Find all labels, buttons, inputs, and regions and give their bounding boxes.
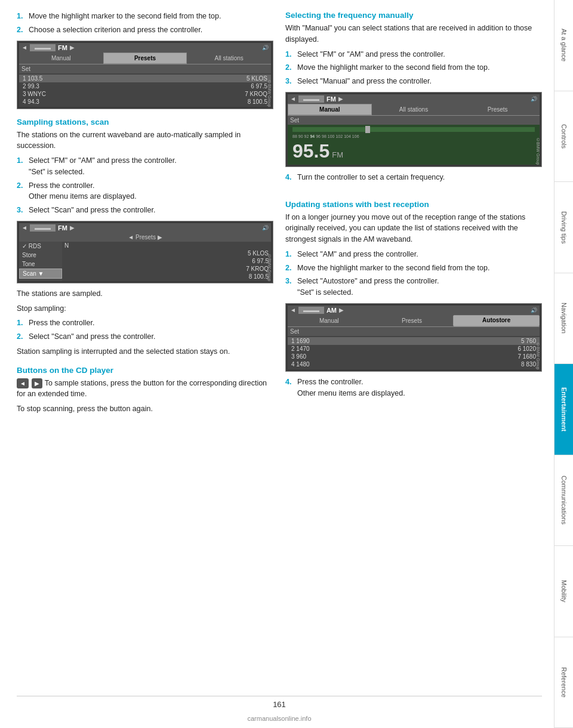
screen4-stations: 1 1690 5 760 2 1470 6 1020 3 960 7 1680 … xyxy=(288,336,540,369)
page-number: 161 xyxy=(273,700,286,709)
next-button[interactable]: ▶ xyxy=(32,378,42,388)
intro-item-2: 2. Choose a selection criterion and pres… xyxy=(17,24,273,36)
sidebar-tab-mobility[interactable]: Mobility xyxy=(554,546,573,637)
freq-unit: FM xyxy=(332,150,343,159)
big-freq: 95.5 FM xyxy=(292,140,535,162)
cd-player-section-title: Buttons on the CD player xyxy=(17,366,273,375)
sampled-note: The stations are sampled. xyxy=(17,288,273,300)
table-row: 1 103.5 5 KLOS xyxy=(19,75,271,82)
am-autostore-screen: ◄ ▬▬▬ AM ▶ 🔊 Manual Presets Autostore Se… xyxy=(285,303,542,372)
two-column-layout: 1. Move the highlight marker to the seco… xyxy=(17,11,542,696)
sampling-step-3: 3. Select "Scan" and press the controlle… xyxy=(17,205,273,216)
nav-left-icon: ◄ xyxy=(21,44,27,51)
sampling-steps: 1. Select "FM" or "AM" and press the con… xyxy=(17,155,273,216)
watermark-2: ©BMW Group xyxy=(267,254,272,282)
updating-step-1: 1. Select "AM" and press the controller. xyxy=(285,249,542,260)
scan-screen-topbar: ◄ ▬▬▬ FM ▶ 🔊 xyxy=(19,223,271,233)
tab-all-stations: All stations xyxy=(187,53,271,64)
right-sidebar: At a glance Controls Driving tips Naviga… xyxy=(554,0,573,728)
scan-menu: ✓ RDS Store Tone Scan ▼ xyxy=(19,242,62,281)
screen-stations-1: 1 103.5 5 KLOS 2 99.3 6 97.5 3 WNYC 7 KR… xyxy=(19,73,271,107)
table-row: 4 1480 8 830 xyxy=(288,360,540,368)
manual-freq-step-1: 1. Select "FM" or "AM" and press the con… xyxy=(285,49,542,60)
section-sampling-title: Sampling stations, scan xyxy=(17,118,273,127)
section-sampling-body: The stations on the current waveband are… xyxy=(17,129,273,152)
watermark-3: ©BMW Group xyxy=(536,138,540,165)
sidebar-tab-navigation[interactable]: Navigation xyxy=(554,273,573,365)
screen4-set-label: Set xyxy=(288,327,540,336)
tab-manual-active[interactable]: Manual xyxy=(288,104,372,115)
step4-list-2: 4. Press the controller. Other menu item… xyxy=(285,377,542,399)
list-item: Tone xyxy=(19,260,62,269)
sidebar-tab-reference[interactable]: Reference xyxy=(554,637,573,729)
sidebar-tab-communications[interactable]: Communications xyxy=(554,455,573,547)
watermark: ©BMW Group xyxy=(267,80,272,107)
right-column: Selecting the frequency manually With "M… xyxy=(285,11,542,696)
list-item: ✓ RDS xyxy=(19,242,62,251)
tab-manual: Manual xyxy=(19,53,103,64)
screen3-tabs: Manual All stations Presets xyxy=(288,104,540,116)
sidebar-tab-entertainment[interactable]: Entertainment xyxy=(554,364,573,455)
manual-freq-steps: 1. Select "FM" or "AM" and press the con… xyxy=(285,49,542,87)
updating-step-2: 2. Move the highlight marker to the seco… xyxy=(285,263,542,274)
stop-steps: 1. Press the controller. 2. Select "Scan… xyxy=(17,317,273,343)
updating-step-3: 3. Select "Autostore" and press the cont… xyxy=(285,276,542,298)
intro-item-1: 1. Move the highlight marker to the seco… xyxy=(17,11,273,22)
fm-presets-screen: ◄ ▬▬▬ FM ▶ 🔊 Manual Presets All stations… xyxy=(17,41,273,109)
stop-sampling-label: Stop sampling: xyxy=(17,303,273,314)
cd-player-body2: To stop scanning, press the button again… xyxy=(17,403,273,415)
table-row: 2 99.3 6 97.5 xyxy=(19,82,271,90)
tab-all-stations-2: All stations xyxy=(372,104,456,115)
screen4-topbar: ◄ ▬▬▬ AM ▶ 🔊 xyxy=(288,306,540,315)
scan-layout: ✓ RDS Store Tone Scan ▼ N 5 KLOS 6 97.5 … xyxy=(19,242,271,281)
sidebar-tab-driving-tips[interactable]: Driving tips xyxy=(554,182,573,273)
tab-autostore[interactable]: Autostore xyxy=(453,315,540,326)
updating-stations-body: If on a longer journey you move out of t… xyxy=(285,212,542,245)
screen3-set-label: Set xyxy=(288,116,540,125)
freq-marker xyxy=(365,126,370,133)
table-row: 2 1470 6 1020 xyxy=(288,345,540,353)
stop-step-2: 2. Select "Scan" and press the controlle… xyxy=(17,331,273,343)
stop-step-1: 1. Press the controller. xyxy=(17,317,273,329)
cd-player-body1: ◄ ▶ To sample stations, press the button… xyxy=(17,378,273,400)
fm-manual-screen: ◄ ▬▬▬ FM ▶ 🔊 Manual All stations Presets… xyxy=(285,92,542,167)
freq-display: 889092 94 9698100 102104106 95.5 FM xyxy=(288,125,540,165)
watermark-4: ©BMW Group xyxy=(536,343,540,370)
tab-manual-3: Manual xyxy=(288,315,371,326)
tab-presets-3: Presets xyxy=(371,315,454,326)
carmanuals-watermark: carmanualsonline.info xyxy=(17,715,542,722)
manual-freq-step-2: 2. Move the highlight marker to the seco… xyxy=(285,62,542,73)
intro-list: 1. Move the highlight marker to the seco… xyxy=(17,11,273,36)
manual-freq-title: Selecting the frequency manually xyxy=(285,11,542,20)
freq-number: 95.5 xyxy=(292,140,329,162)
scan-menu-item-active[interactable]: Scan ▼ xyxy=(19,269,62,279)
scan-stations: N 5 KLOS 6 97.5 7 KROQ 8 100.5 xyxy=(62,242,271,281)
list-item xyxy=(19,279,62,281)
step4-2: 4. Press the controller. Other menu item… xyxy=(285,377,542,399)
table-row: 4 94.3 8 100.5 xyxy=(19,98,271,106)
list-item: Store xyxy=(19,251,62,260)
step4: 4. Turn the controller to set a certain … xyxy=(285,172,542,183)
prev-button[interactable]: ◄ xyxy=(17,378,29,388)
sampling-step-1: 1. Select "FM" or "AM" and press the con… xyxy=(17,155,273,178)
sidebar-tab-at-a-glance[interactable]: At a glance xyxy=(554,0,573,91)
updating-stations-title: Updating stations with best reception xyxy=(285,200,542,209)
freq-scale: 889092 94 9698100 102104106 xyxy=(292,134,535,140)
step4-list: 4. Turn the controller to set a certain … xyxy=(285,172,542,183)
main-content: 1. Move the highlight marker to the seco… xyxy=(0,0,554,728)
presets-bar: ◄ Presets ▶ xyxy=(19,233,271,242)
spacer xyxy=(285,187,542,192)
manual-freq-step-3: 3. Select "Manual" and press the control… xyxy=(285,76,542,87)
footer: 161 xyxy=(17,696,542,712)
screen-topbar: ◄ ▬▬▬ FM ▶ 🔊 xyxy=(19,43,271,53)
screen4-tabs: Manual Presets Autostore xyxy=(288,315,540,327)
screen3-topbar: ◄ ▬▬▬ FM ▶ 🔊 xyxy=(288,94,540,104)
sampling-step-2: 2. Press the controller. Other menu item… xyxy=(17,180,273,203)
table-row: 3 WNYC 7 KROQ xyxy=(19,90,271,98)
tab-presets[interactable]: Presets xyxy=(103,53,187,64)
freq-bar xyxy=(292,127,535,132)
sidebar-tab-controls[interactable]: Controls xyxy=(554,91,573,183)
table-row: 3 960 7 1680 xyxy=(288,353,540,360)
fm-scan-screen: ◄ ▬▬▬ FM ▶ 🔊 ◄ Presets ▶ ✓ RDS Store Ton… xyxy=(17,221,273,283)
left-column: 1. Move the highlight marker to the seco… xyxy=(17,11,273,696)
